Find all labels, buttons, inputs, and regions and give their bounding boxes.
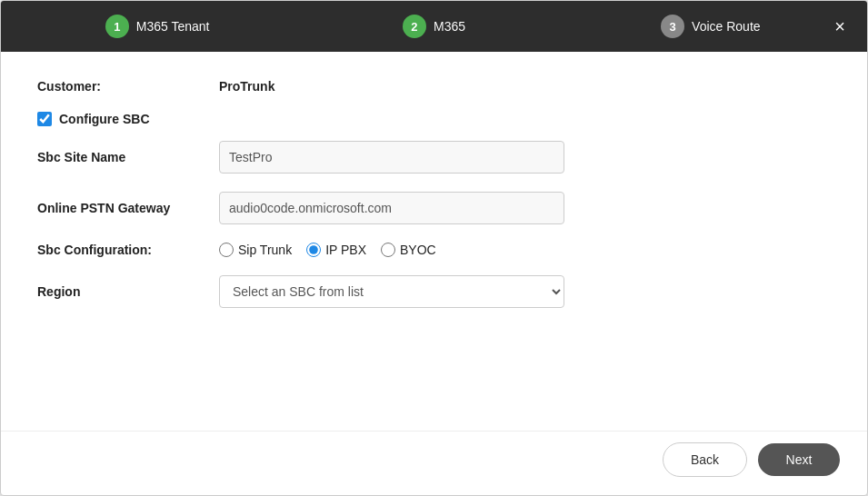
customer-value: ProTrunk [219,79,274,94]
step-3-number: 3 [661,15,684,38]
configure-sbc-checkbox[interactable] [37,112,52,126]
configure-sbc-row: Configure SBC [37,112,831,126]
customer-label: Customer: [37,79,219,94]
wizard-step-2: 2 M365 [295,15,572,38]
radio-ip-pbx-input[interactable] [306,243,321,257]
sbc-config-radio-group: Sip Trunk IP PBX BYOC [219,243,436,257]
wizard-step-3: 3 Voice Route [573,15,849,38]
sbc-config-label: Sbc Configuration: [37,243,219,257]
step-2-number: 2 [403,15,426,38]
online-pstn-input[interactable] [219,192,564,224]
dialog-footer: Back Next [1,431,867,495]
step-3-label: Voice Route [692,19,761,34]
radio-ip-pbx-label[interactable]: IP PBX [325,243,366,257]
radio-sip-trunk: Sip Trunk [219,243,292,257]
configure-sbc-label[interactable]: Configure SBC [59,112,150,126]
region-select[interactable]: Select an SBC from list [219,275,564,308]
region-label: Region [37,284,219,299]
region-row: Region Select an SBC from list [37,275,831,308]
sbc-config-row: Sbc Configuration: Sip Trunk IP PBX BYOC [37,243,831,257]
wizard-step-1: 1 M365 Tenant [19,15,295,38]
dialog-container: 1 M365 Tenant 2 M365 3 Voice Route × Cus… [0,0,868,496]
radio-byoc-label[interactable]: BYOC [400,243,436,257]
dialog-body: Customer: ProTrunk Configure SBC Sbc Sit… [1,52,867,431]
wizard-steps: 1 M365 Tenant 2 M365 3 Voice Route [19,15,849,38]
sbc-site-name-row: Sbc Site Name [37,141,831,174]
close-button[interactable]: × [827,14,853,39]
online-pstn-row: Online PSTN Gateway [37,192,831,224]
step-1-number: 1 [105,15,129,38]
radio-sip-trunk-input[interactable] [219,243,234,257]
customer-row: Customer: ProTrunk [37,79,831,94]
radio-sip-trunk-label[interactable]: Sip Trunk [238,243,292,257]
online-pstn-label: Online PSTN Gateway [37,201,219,215]
next-button[interactable]: Next [758,443,840,476]
step-1-label: M365 Tenant [136,19,210,34]
step-2-label: M365 [434,19,465,34]
back-button[interactable]: Back [663,442,747,477]
radio-byoc: BYOC [381,243,436,257]
sbc-site-name-input[interactable] [219,141,564,174]
wizard-header: 1 M365 Tenant 2 M365 3 Voice Route × [1,1,867,52]
radio-byoc-input[interactable] [381,243,395,257]
radio-ip-pbx: IP PBX [306,243,366,257]
sbc-site-name-label: Sbc Site Name [37,150,219,164]
